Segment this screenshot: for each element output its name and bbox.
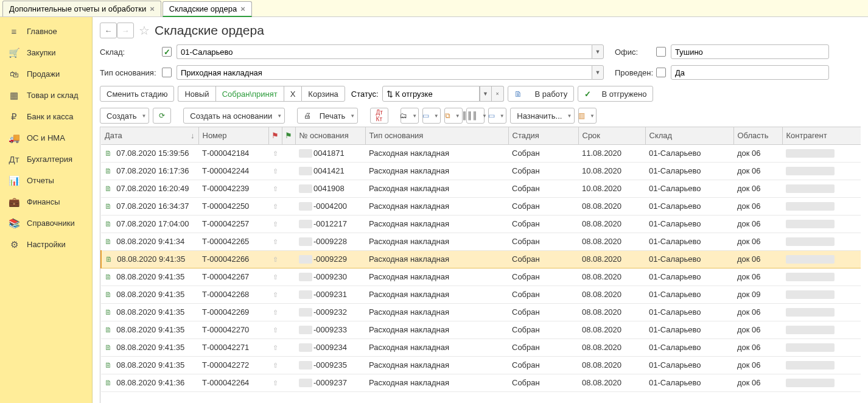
col-header-10[interactable]: Контрагент: [782, 127, 861, 144]
redacted-counterparty: [786, 220, 835, 228]
table-row[interactable]: 🗎 08.08.2020 9:41:35Т-000042272⇧-0009235…: [101, 356, 861, 374]
table-row[interactable]: 🗎 08.08.2020 9:41:35Т-000042266⇧-0009229…: [101, 250, 861, 268]
sidebar-item-4[interactable]: ₽Банк и касса: [0, 106, 92, 127]
basis-label: Тип основания:: [100, 68, 157, 77]
col-header-9[interactable]: Область: [733, 127, 782, 144]
in-work-button[interactable]: 🗎 В работу: [508, 86, 575, 102]
dtkt-button[interactable]: ДтКт: [370, 108, 388, 124]
sidebar-label: Справочники: [27, 219, 75, 228]
col-header-2[interactable]: ⚑: [268, 127, 282, 144]
tab-close-icon[interactable]: ×: [240, 4, 245, 13]
sidebar-item-10[interactable]: ⚙Настройки: [0, 234, 92, 255]
sidebar-item-2[interactable]: 🛍Продажи: [0, 63, 92, 85]
sidebar-icon: 📚: [9, 218, 19, 229]
assign-button[interactable]: Назначить...▼: [510, 108, 575, 124]
create-on-basis-button[interactable]: Создать на основании▼: [183, 108, 285, 124]
arrow-up-icon: ⇧: [273, 220, 278, 228]
table-row[interactable]: 🗎 08.08.2020 9:41:35Т-000042268⇧-0009231…: [101, 286, 861, 303]
document-icon: 🗎: [105, 273, 112, 281]
col-header-7[interactable]: Срок: [578, 127, 645, 144]
tab-close-icon[interactable]: ×: [150, 4, 155, 13]
tabs-bar: Дополнительные отчеты и обработки ×Склад…: [0, 0, 868, 17]
icon-btn-6[interactable]: ▥▼: [578, 108, 597, 124]
col-header-3[interactable]: ⚑: [282, 127, 295, 144]
stage-x-button[interactable]: Х: [284, 86, 302, 102]
table-row[interactable]: 🗎 08.08.2020 9:41:35Т-000042269⇧-0009232…: [101, 303, 861, 321]
posted-input[interactable]: [671, 65, 829, 80]
print-button[interactable]: 🖨 Печать▼: [297, 108, 358, 124]
nav-forward-button[interactable]: →: [117, 23, 134, 38]
basis-input[interactable]: [177, 65, 592, 80]
sidebar-item-1[interactable]: 🛒Закупки: [0, 42, 92, 63]
icon-btn-5[interactable]: ▭▼: [488, 108, 506, 124]
arrow-up-icon: ⇧: [273, 185, 278, 192]
status-label: Статус:: [351, 89, 379, 99]
col-header-1[interactable]: Номер: [198, 127, 268, 144]
office-checkbox[interactable]: [656, 47, 666, 57]
arrow-up-icon: ⇧: [273, 291, 278, 298]
icon-btn-3[interactable]: ⧉▼: [444, 108, 463, 124]
col-header-8[interactable]: Склад: [645, 127, 733, 144]
table-row[interactable]: 🗎 08.08.2020 9:41:34Т-000042265⇧-0009228…: [101, 233, 861, 250]
sidebar-label: Продажи: [27, 69, 60, 79]
col-header-0[interactable]: Дата↓: [101, 127, 198, 144]
change-stage-button[interactable]: Сменить стадию: [100, 86, 174, 102]
sidebar-item-7[interactable]: 📊Отчеты: [0, 170, 92, 191]
shipped-button[interactable]: ✓ В отгружено: [578, 86, 653, 102]
sidebar-icon: 🛒: [9, 47, 19, 58]
office-input[interactable]: [671, 44, 829, 59]
table-row[interactable]: 🗎 07.08.2020 17:04:00Т-000042257⇧-001221…: [101, 215, 861, 233]
redacted-prefix: [299, 202, 312, 211]
table-row[interactable]: 🗎 07.08.2020 16:34:37Т-000042250⇧-000420…: [101, 197, 861, 215]
stage-trash-button[interactable]: Корзина: [301, 86, 345, 102]
sidebar-item-6[interactable]: ДтБухгалтерия: [0, 149, 92, 170]
sidebar-item-9[interactable]: 📚Справочники: [0, 212, 92, 234]
warehouse-dropdown-button[interactable]: ▼: [592, 44, 604, 59]
col-header-6[interactable]: Стадия: [508, 127, 578, 144]
col-header-4[interactable]: № основания: [295, 127, 365, 144]
nav-back-button[interactable]: ←: [100, 23, 117, 38]
refresh-button[interactable]: ⟳: [153, 108, 171, 124]
status-input[interactable]: [382, 86, 480, 102]
stage-new-button[interactable]: Новый: [178, 86, 215, 102]
redacted-counterparty: [786, 184, 835, 193]
flag-red-icon: ⚑: [271, 131, 279, 140]
table-row[interactable]: 🗎 08.08.2020 9:41:35Т-000042270⇧-0009233…: [101, 321, 861, 338]
favorite-star-icon[interactable]: ☆: [139, 23, 150, 38]
table-row[interactable]: 🗎 08.08.2020 9:41:35Т-000042267⇧-0009230…: [101, 268, 861, 286]
warehouse-checkbox[interactable]: ✓: [162, 47, 172, 57]
sidebar-item-0[interactable]: ≡Главное: [0, 21, 92, 42]
table-wrap[interactable]: Дата↓Номер⚑⚑№ основанияТип основанияСтад…: [100, 127, 861, 403]
table-row[interactable]: 🗎 08.08.2020 9:41:35Т-000042271⇧-0009234…: [101, 338, 861, 356]
table-row[interactable]: 🗎 07.08.2020 16:20:49Т-000042239⇧0041908…: [101, 180, 861, 197]
check-icon: ✓: [584, 89, 591, 99]
basis-checkbox[interactable]: [162, 68, 172, 77]
document-icon: 🗎: [105, 308, 112, 317]
table-row[interactable]: 🗎 07.08.2020 15:39:56Т-000042184⇧0041871…: [101, 144, 861, 162]
redacted-prefix: [299, 255, 312, 264]
document-icon: 🗎: [105, 149, 112, 158]
redacted-prefix: [299, 379, 312, 387]
warehouse-input[interactable]: [177, 44, 592, 59]
icon-btn-1[interactable]: 🗂▼: [401, 108, 419, 124]
create-button[interactable]: Создать▼: [100, 108, 149, 124]
files-icon: 🗂: [400, 111, 407, 120]
icon-btn-2[interactable]: ▭▼: [422, 108, 441, 124]
document-icon: 🗎: [105, 255, 113, 264]
table-row[interactable]: 🗎 07.08.2020 16:17:36Т-000042244⇧0041421…: [101, 162, 861, 180]
sidebar-item-8[interactable]: 💼Финансы: [0, 191, 92, 212]
status-dropdown-button[interactable]: ▼: [480, 86, 492, 102]
tab-1[interactable]: Складские ордера ×: [163, 1, 252, 17]
col-header-5[interactable]: Тип основания: [365, 127, 508, 144]
table-row[interactable]: 🗎 08.08.2020 9:41:36Т-000042264⇧-0009237…: [101, 374, 861, 391]
barcode-button[interactable]: ║║║▼: [466, 108, 485, 124]
tab-0[interactable]: Дополнительные отчеты и обработки ×: [2, 1, 161, 16]
sidebar-item-5[interactable]: 🚚ОС и НМА: [0, 127, 92, 149]
arrow-up-icon: ⇧: [273, 238, 278, 245]
copy-icon: ⧉: [445, 111, 450, 120]
basis-dropdown-button[interactable]: ▼: [592, 65, 604, 80]
status-clear-button[interactable]: ×: [492, 86, 504, 102]
sidebar-item-3[interactable]: ▦Товар и склад: [0, 85, 92, 106]
stage-assembled-button[interactable]: Собран\принят: [215, 86, 284, 102]
posted-checkbox[interactable]: [656, 68, 666, 77]
